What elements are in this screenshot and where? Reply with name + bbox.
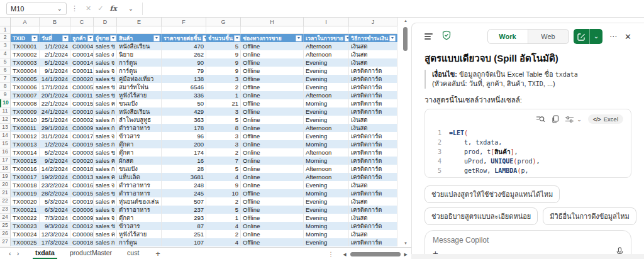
row-number[interactable]: 15 (0, 140, 11, 148)
cell[interactable]: Offline (241, 197, 304, 206)
cell[interactable]: TX00022 (11, 214, 40, 222)
cell[interactable]: 22/1/2024 (40, 99, 70, 107)
row-number[interactable]: 19 (0, 173, 11, 181)
cell[interactable]: sales จ (94, 58, 117, 67)
cell[interactable]: Evening (304, 107, 349, 116)
cell[interactable]: 9/2/2024 (40, 157, 70, 165)
cell[interactable]: Evening (304, 206, 349, 214)
cell[interactable]: 9 (206, 50, 241, 58)
cell[interactable]: 5 (206, 42, 241, 50)
sheet-tab-txdata[interactable]: txdata (28, 248, 62, 259)
cell[interactable]: ขนมปัง (117, 99, 162, 107)
cell[interactable]: 3 (206, 107, 241, 116)
cell[interactable]: TX00021 (11, 206, 40, 214)
cell[interactable] (117, 26, 162, 34)
cell[interactable]: Online (241, 173, 304, 181)
cell[interactable]: TX00024 (11, 230, 40, 238)
cell[interactable]: 29/1/2024 (40, 124, 70, 132)
cell[interactable]: C00003 (70, 148, 94, 157)
filter-button[interactable] (62, 35, 69, 41)
cell[interactable]: ลำโพงบลูทูธ (117, 116, 162, 124)
cell[interactable]: 262 (162, 50, 206, 58)
cell[interactable]: sales ก (94, 238, 117, 246)
cell[interactable]: 1/1/2024 (40, 42, 70, 50)
cell[interactable]: แท็บเล็ต (117, 173, 162, 181)
row-number[interactable]: 2 (0, 34, 11, 42)
scroll-down-icon[interactable]: ▼ (402, 241, 409, 245)
cell[interactable]: เงินสด (349, 230, 397, 238)
cell[interactable]: TX00007 (11, 91, 40, 99)
cell[interactable]: 336 (162, 91, 206, 99)
row-number[interactable]: 12 (0, 116, 11, 124)
table-header-cell[interactable]: สินค้า (117, 34, 162, 42)
cell[interactable]: Offline (241, 75, 304, 83)
cell[interactable] (11, 26, 40, 34)
cell[interactable]: sales ข (94, 83, 117, 91)
row-number[interactable]: 16 (0, 148, 11, 157)
row-number[interactable]: 10 (0, 99, 11, 107)
cell[interactable]: ขนมปัง (117, 165, 162, 173)
cell[interactable]: ตุ๊กตา (117, 140, 162, 148)
cell[interactable]: 31/1/2024 (40, 132, 70, 140)
cell[interactable]: 50 (162, 99, 206, 107)
cell[interactable]: เครดิตการ์ด (349, 148, 397, 157)
cell[interactable]: Offline (241, 238, 304, 246)
next-sheet-icon[interactable]: › (17, 250, 19, 257)
cell[interactable]: 2 (206, 197, 241, 206)
cell[interactable]: Offline (241, 189, 304, 197)
adjust-code-icon[interactable] (565, 116, 574, 123)
cell[interactable]: 363 (162, 116, 206, 124)
cell[interactable]: Offline (241, 58, 304, 67)
prev-sheet-icon[interactable]: ‹ (9, 250, 11, 257)
cell[interactable]: 6546 (162, 83, 206, 91)
cell[interactable]: 20/1/2024 (40, 91, 70, 99)
cell[interactable] (94, 26, 117, 34)
row-number[interactable]: 8 (0, 83, 11, 91)
cell[interactable]: 25/1/2024 (40, 116, 70, 124)
cell[interactable]: sales ข (94, 222, 117, 230)
cell[interactable]: 1 (206, 91, 241, 99)
cell[interactable]: TX00015 (11, 157, 40, 165)
cell[interactable]: Evening (304, 238, 349, 246)
cell[interactable]: Afternoon (304, 42, 349, 50)
cell[interactable]: 3 (206, 132, 241, 140)
cell[interactable]: การ์ตูน (117, 238, 162, 246)
row-number[interactable]: 23 (0, 206, 11, 214)
cell[interactable]: Evening (304, 67, 349, 75)
cell[interactable]: sales ค (94, 173, 117, 181)
cell[interactable]: Online (241, 50, 304, 58)
close-panel-button[interactable]: ✕ (625, 32, 631, 41)
adjust-chevron-icon[interactable]: ⌄ (577, 116, 582, 123)
suggestion-chip[interactable]: ช่วยแปลงสูตรให้ใช้ช่วงข้อมูลแทนได้ไหม (425, 185, 560, 203)
row-number[interactable]: 18 (0, 165, 11, 173)
cell[interactable] (241, 26, 304, 34)
cell[interactable]: ผักสด (117, 157, 162, 165)
cell[interactable]: ตุ๊กตา (117, 148, 162, 157)
filter-button[interactable] (296, 35, 302, 41)
cell[interactable]: 5 (206, 165, 241, 173)
cell[interactable]: sales จ (94, 181, 117, 189)
cell[interactable]: TX00004 (11, 67, 40, 75)
cell[interactable]: C00019 (70, 140, 94, 148)
cell[interactable]: C00005 (70, 83, 94, 91)
filter-button[interactable] (31, 35, 38, 41)
row-number[interactable]: 22 (0, 197, 11, 206)
cell[interactable]: หูฟังไร้สาย (117, 230, 162, 238)
cell[interactable]: Offline (241, 99, 304, 107)
cell[interactable]: Online (241, 116, 304, 124)
table-header-cell[interactable]: ลูกค้า (70, 34, 94, 42)
cell[interactable]: 28/2/2024 (40, 189, 70, 197)
cell[interactable]: 245 (162, 189, 206, 197)
cell[interactable]: TX00001 (11, 42, 40, 50)
cell[interactable]: 178 (162, 124, 206, 132)
cell[interactable]: ข้าวสาร (117, 132, 162, 140)
cell[interactable]: Evening (304, 132, 349, 140)
table-header-cell[interactable]: TXID (11, 34, 40, 42)
cell[interactable]: เครดิตการ์ด (349, 91, 397, 99)
cell[interactable]: 4 (206, 173, 241, 181)
filter-button[interactable] (87, 35, 94, 41)
cell[interactable]: เงินสด (349, 42, 397, 50)
insert-function-icon[interactable]: fx (109, 4, 116, 13)
cell[interactable]: 138 (162, 75, 206, 83)
cell[interactable]: TX00023 (11, 222, 40, 230)
